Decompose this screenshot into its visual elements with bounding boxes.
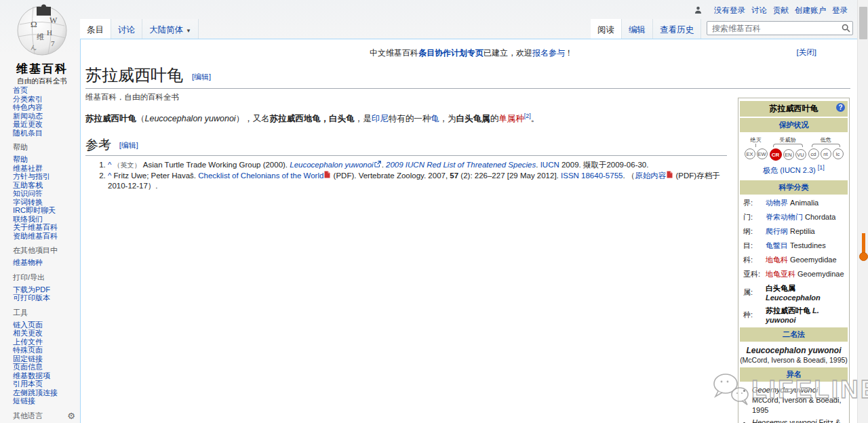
- iucn-circles: cdntlc: [808, 148, 844, 159]
- scrollbar-track[interactable]: [857, 0, 868, 423]
- personal-link[interactable]: 讨论: [751, 6, 767, 14]
- inline-text: 中文维基百科: [370, 48, 418, 58]
- taxon-link[interactable]: 龟鳖目: [766, 241, 788, 249]
- search-icon[interactable]: [842, 24, 850, 35]
- inline-link[interactable]: 2009 IUCN Red List of Threatened Species: [386, 161, 536, 169]
- taxonomy-row: 属:白头龟属 Leucocephalon: [740, 281, 848, 304]
- sidebar-item-IRC即时聊天[interactable]: IRC即时聊天: [13, 206, 80, 215]
- sidebar-item-分类索引[interactable]: 分类索引: [13, 95, 80, 104]
- inline-link[interactable]: IUCN: [540, 161, 559, 169]
- tab-大陆简体[interactable]: 大陆简体▼: [142, 19, 199, 39]
- taxon-name: 苏拉威西叶龟: [766, 306, 810, 315]
- wikipedia-logo[interactable]: Ω W H 维 7 ん 维基百科 自由的百科全书: [8, 4, 76, 86]
- sidebar-item-维基社群[interactable]: 维基社群: [13, 164, 80, 173]
- inline-link[interactable]: (IUCN 2.3): [780, 166, 816, 174]
- sidebar-item-相关更改[interactable]: 相关更改: [13, 329, 80, 338]
- svg-text:ん: ん: [31, 44, 37, 51]
- sidebar-item-字词转换[interactable]: 字词转换: [13, 198, 80, 207]
- sidebar-item-方针与指引[interactable]: 方针与指引: [13, 172, 80, 181]
- taxonomy-row: 纲:爬行纲 Reptilia: [740, 224, 848, 239]
- inline-text: Fritz Uwe; Peter Havaš.: [114, 172, 199, 180]
- inline-link[interactable]: ^: [108, 161, 114, 169]
- tab-条目[interactable]: 条目: [80, 19, 111, 39]
- binomial-link[interactable]: 二名法: [783, 330, 805, 338]
- title-edit-link[interactable]: [编辑]: [192, 73, 211, 81]
- sidebar-item-首页[interactable]: 首页: [13, 86, 80, 95]
- sidebar-item-固定链接[interactable]: 固定链接: [13, 355, 80, 363]
- inline-text: ，为: [439, 114, 456, 123]
- scrollbar-thumb[interactable]: [859, 7, 867, 39]
- section-edit-link[interactable]: [编辑]: [119, 141, 138, 149]
- conservation-status-link[interactable]: 保护状况: [779, 121, 809, 129]
- tab-查看历史[interactable]: 查看历史: [653, 19, 701, 39]
- notice-close-link[interactable]: [关闭]: [797, 47, 816, 58]
- inline-link[interactable]: 单属种: [498, 114, 524, 123]
- inline-link[interactable]: ISSN 18640-5755: [561, 172, 623, 180]
- help-icon[interactable]: ?: [836, 103, 845, 112]
- sidebar-item-互助客栈[interactable]: 互助客栈: [13, 181, 80, 190]
- sidebar-item-左侧跳顶连接[interactable]: 左侧跳顶连接: [13, 388, 80, 397]
- personal-link[interactable]: 创建账户: [795, 6, 826, 14]
- sidebar-item-可打印版本[interactable]: 可打印版本: [13, 294, 80, 302]
- search-input[interactable]: [707, 21, 853, 35]
- sidebar-heading-text: 打印/导出: [13, 273, 45, 283]
- inline-link[interactable]: 极危: [763, 166, 778, 174]
- pdf-icon[interactable]: [324, 172, 330, 180]
- personal-link[interactable]: 登录: [832, 6, 848, 14]
- sidebar-item-下载为PDF[interactable]: 下载为PDF: [13, 285, 80, 294]
- sidebar-heading: 打印/导出: [13, 273, 75, 283]
- iucn-brace: [812, 144, 840, 147]
- sidebar-item-上传文件[interactable]: 上传文件: [13, 338, 80, 346]
- inline-link[interactable]: 龟: [431, 114, 439, 123]
- site-notice-text: 中文维基百科条目协作计划专页已建立，欢迎报名参与！: [370, 48, 573, 58]
- inline-link[interactable]: [2]: [524, 113, 531, 119]
- inline-link[interactable]: [1]: [818, 164, 825, 171]
- taxonomy-rank: 属:: [740, 281, 764, 304]
- gear-icon[interactable]: ⚙: [67, 411, 75, 421]
- sidebar-nav: 首页分类索引特色内容新闻动态最近更改随机条目帮助帮助维基社群方针与指引互助客栈知…: [0, 86, 80, 423]
- taxon-link[interactable]: 脊索动物门: [766, 213, 803, 221]
- synonyms-link[interactable]: 异名: [787, 370, 802, 378]
- sidebar-item-引用本页[interactable]: 引用本页: [13, 380, 80, 388]
- pdf-icon[interactable]: [667, 172, 673, 180]
- inline-link[interactable]: Leucocephalon yuwonoi: [290, 161, 373, 169]
- personal-link[interactable]: 贡献: [773, 6, 789, 14]
- sidebar-item-随机条目[interactable]: 随机条目: [13, 129, 80, 138]
- taxonomy-rank: 门:: [740, 210, 764, 224]
- lead-paragraph: 苏拉威西叶龟（Leucocephalon yuwonoi），又名苏拉威西地龟，白…: [85, 112, 722, 126]
- inline-link[interactable]: 报名参与: [532, 48, 565, 58]
- taxonomy-rank: 科:: [740, 253, 764, 267]
- sidebar-item-资助维基百科[interactable]: 资助维基百科: [13, 232, 80, 241]
- external-link-icon[interactable]: [374, 161, 381, 169]
- sidebar-item-特色内容[interactable]: 特色内容: [13, 103, 80, 112]
- personal-link[interactable]: 没有登录: [714, 6, 745, 14]
- taxonomy-link[interactable]: 科学分类: [779, 183, 809, 191]
- sidebar-item-页面信息[interactable]: 页面信息: [13, 363, 80, 371]
- taxon-link[interactable]: 爬行纲: [766, 227, 788, 235]
- inline-link[interactable]: ^: [108, 172, 114, 180]
- sidebar-item-知识问答[interactable]: 知识问答: [13, 189, 80, 198]
- scroll-marker-dot: [859, 252, 868, 261]
- taxonomy-value: 脊索动物门 Chordata: [764, 210, 848, 224]
- sidebar-item-特殊页面[interactable]: 特殊页面: [13, 346, 80, 355]
- sidebar-item-联络我们[interactable]: 联络我们: [13, 215, 80, 224]
- inline-link[interactable]: 条目协作计划专页: [418, 48, 484, 58]
- inline-link[interactable]: 原始内容: [635, 172, 666, 180]
- sidebar-item-维基数据项[interactable]: 维基数据项: [13, 371, 80, 380]
- inline-link[interactable]: Checklist of Chelonians of the World: [198, 172, 323, 180]
- tab-讨论[interactable]: 讨论: [111, 19, 142, 39]
- taxon-link[interactable]: 动物界: [766, 199, 788, 207]
- sidebar-item-关于维基百科[interactable]: 关于维基百科: [13, 223, 80, 232]
- taxon-link[interactable]: 地龟亚科: [766, 270, 795, 278]
- sidebar-item-短链接[interactable]: 短链接: [13, 397, 80, 405]
- sidebar-item-新闻动态[interactable]: 新闻动态: [13, 112, 80, 121]
- taxonomy-value: 苏拉威西叶龟 L. yuwonoi: [764, 304, 848, 326]
- sidebar-item-最近更改[interactable]: 最近更改: [13, 120, 80, 129]
- tab-阅读[interactable]: 阅读: [591, 19, 622, 39]
- taxon-link[interactable]: 地龟科: [766, 256, 788, 264]
- sidebar-item-维基物种[interactable]: 维基物种: [13, 258, 80, 267]
- sidebar-item-帮助[interactable]: 帮助: [13, 155, 80, 164]
- sidebar-item-链入页面[interactable]: 链入页面: [13, 321, 80, 329]
- tab-编辑[interactable]: 编辑: [622, 19, 653, 39]
- inline-link[interactable]: 印尼: [372, 114, 389, 123]
